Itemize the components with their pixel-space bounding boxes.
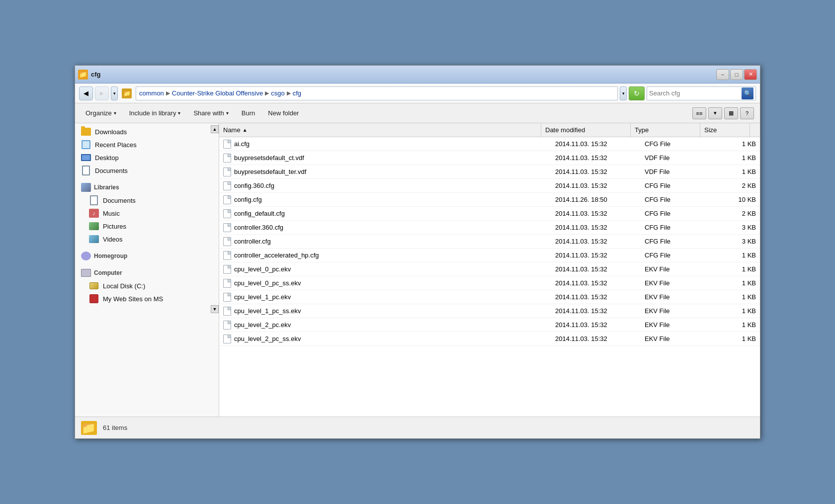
table-row[interactable]: controller_accelerated_hp.cfg 2014.11.03… [219,249,760,262]
sidebar-item-web-sites[interactable]: My Web Sites on MS [75,292,219,305]
table-row[interactable]: config.360.cfg 2014.11.03. 15:32 CFG Fil… [219,179,760,193]
nav-dropdown[interactable]: ▾ [111,86,118,100]
file-name: controller.cfg [234,238,271,245]
sidebar-scroll-down[interactable]: ▼ [211,305,219,313]
sidebar: ▲ Downloads Recent Places [75,123,219,417]
file-size: 2 KB [710,182,760,189]
share-with-dropdown-icon: ▾ [226,110,229,116]
file-date: 2014.11.03. 15:32 [551,265,641,273]
sidebar-item-downloads[interactable]: Downloads [75,125,219,138]
table-row[interactable]: cpu_level_2_pc_ss.ekv 2014.11.03. 15:32 … [219,332,760,346]
view-dropdown-button[interactable]: ▾ [708,107,722,119]
window-icon: 📁 [78,70,88,80]
file-date: 2014.11.03. 15:32 [551,252,641,259]
table-row[interactable]: buypresetsdefault_ter.vdf 2014.11.03. 15… [219,165,760,179]
local-disk-label: Local Disk (C:) [103,282,145,290]
sidebar-item-lib-pictures[interactable]: Pictures [75,220,219,233]
search-button[interactable]: 🔍 [742,87,753,99]
file-date: 2014.11.26. 18:50 [551,196,641,203]
file-size: 3 KB [710,224,760,231]
file-name: cpu_level_1_pc_ss.ekv [234,307,301,315]
sidebar-item-recent-places[interactable]: Recent Places [75,138,219,151]
downloads-icon [81,127,91,136]
homegroup-section-header[interactable]: Homegroup [75,250,219,262]
file-name: cpu_level_0_pc_ss.ekv [234,279,301,287]
file-icon [223,154,231,163]
file-name: cpu_level_1_pc.ekv [234,293,291,301]
file-type: VDF File [641,154,710,162]
table-row[interactable]: controller.360.cfg 2014.11.03. 15:32 CFG… [219,221,760,235]
breadcrumb-csgo[interactable]: csgo [271,89,284,97]
lib-pictures-icon [89,222,99,231]
file-name-cell: buypresetsdefault_ter.vdf [219,168,551,176]
file-type: CFG File [641,224,710,231]
organize-button[interactable]: Organize ▾ [81,106,121,120]
table-row[interactable]: cpu_level_0_pc.ekv 2014.11.03. 15:32 EKV… [219,262,760,276]
table-row[interactable]: config.cfg 2014.11.26. 18:50 CFG File 10… [219,193,760,207]
desktop-icon [81,153,91,162]
recent-places-icon [81,140,91,149]
table-row[interactable]: ai.cfg 2014.11.03. 15:32 CFG File 1 KB [219,137,760,151]
file-size: 1 KB [710,154,760,162]
downloads-label: Downloads [95,128,127,136]
table-row[interactable]: cpu_level_1_pc_ss.ekv 2014.11.03. 15:32 … [219,304,760,318]
minimize-button[interactable]: − [716,69,729,80]
search-input[interactable] [649,89,740,97]
file-date: 2014.11.03. 15:32 [551,140,641,148]
refresh-button[interactable]: ↻ [629,86,645,100]
table-row[interactable]: config_default.cfg 2014.11.03. 15:32 CFG… [219,207,760,221]
help-button[interactable]: ? [740,107,754,119]
file-name-cell: buypresetsdefault_ct.vdf [219,154,551,163]
file-size: 2 KB [710,210,760,217]
sidebar-item-local-disk[interactable]: Local Disk (C:) [75,279,219,292]
file-date: 2014.11.03. 15:32 [551,335,641,342]
libraries-section-header[interactable]: Libraries [75,181,219,194]
file-name: config.cfg [234,196,262,203]
sidebar-item-desktop[interactable]: Desktop [75,151,219,164]
file-date: 2014.11.03. 15:32 [551,210,641,217]
burn-button[interactable]: Burn [237,106,259,120]
col-header-date[interactable]: Date modified [541,123,631,137]
col-header-size[interactable]: Size [700,123,750,137]
file-icon [223,237,231,246]
file-icon [223,293,231,302]
details-view-button[interactable]: ≡≡ [692,107,706,119]
col-header-name[interactable]: Name ▲ [219,123,541,137]
organize-label: Organize [85,109,112,117]
preview-pane-button[interactable]: ▦ [724,107,738,119]
file-name-cell: controller.cfg [219,237,551,246]
table-row[interactable]: cpu_level_1_pc.ekv 2014.11.03. 15:32 EKV… [219,290,760,304]
breadcrumb-csgo-game[interactable]: Counter-Strike Global Offensive [172,89,263,97]
sidebar-spacer-3 [75,262,219,266]
organize-dropdown-icon: ▾ [114,110,116,116]
toolbar: Organize ▾ Include in library ▾ Share wi… [75,103,760,123]
sidebar-item-lib-music[interactable]: ♪ Music [75,207,219,220]
col-header-type[interactable]: Type [631,123,700,137]
file-icon [223,321,231,330]
file-icon [223,168,231,176]
share-with-button[interactable]: Share with ▾ [189,106,233,120]
back-button[interactable]: ◀ [79,86,93,100]
lib-documents-icon [89,196,99,205]
sidebar-item-lib-videos[interactable]: Videos [75,233,219,246]
include-in-library-button[interactable]: Include in library ▾ [125,106,185,120]
forward-button[interactable]: ▶ [95,86,109,100]
table-row[interactable]: buypresetsdefault_ct.vdf 2014.11.03. 15:… [219,151,760,165]
close-button[interactable]: ✕ [744,69,757,80]
computer-section-header[interactable]: Computer [75,266,219,279]
breadcrumb-dropdown[interactable]: ▾ [620,86,627,100]
computer-icon [81,268,91,277]
breadcrumb-cfg[interactable]: cfg [293,89,301,97]
sidebar-scroll-up[interactable]: ▲ [211,125,219,133]
sidebar-item-lib-documents[interactable]: Documents [75,194,219,207]
table-row[interactable]: cpu_level_2_pc.ekv 2014.11.03. 15:32 EKV… [219,318,760,332]
maximize-button[interactable]: □ [730,69,743,80]
breadcrumb[interactable]: common ▶ Counter-Strike Global Offensive… [136,86,618,100]
breadcrumb-common[interactable]: common [139,89,164,97]
table-row[interactable]: cpu_level_0_pc_ss.ekv 2014.11.03. 15:32 … [219,276,760,290]
sidebar-item-documents[interactable]: Documents [75,164,219,177]
file-type: CFG File [641,196,710,203]
new-folder-button[interactable]: New folder [263,106,303,120]
table-row[interactable]: controller.cfg 2014.11.03. 15:32 CFG Fil… [219,235,760,249]
lib-music-label: Music [103,210,120,217]
